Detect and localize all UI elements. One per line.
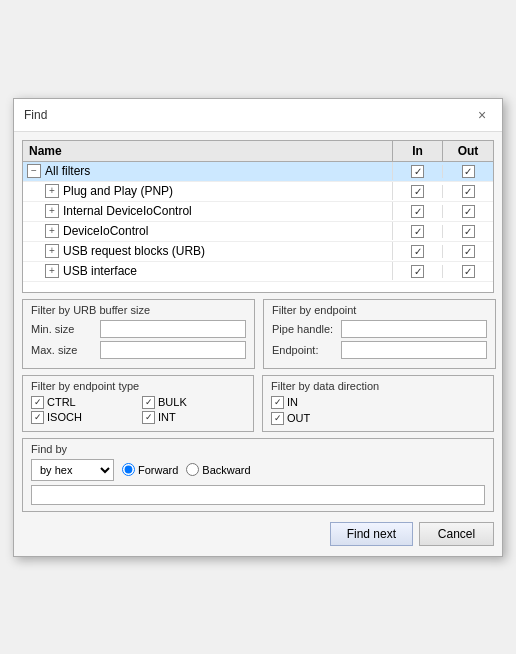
- out-checkbox[interactable]: [462, 225, 475, 238]
- out-checkbox[interactable]: [462, 245, 475, 258]
- tree-row[interactable]: +USB interface: [23, 262, 493, 282]
- tree-row[interactable]: +Plug and Play (PNP): [23, 182, 493, 202]
- row-label: USB request blocks (URB): [63, 244, 205, 258]
- endpoint-type-item[interactable]: BULK: [142, 396, 245, 409]
- tree-row-out: [443, 205, 493, 218]
- tree-row-name: +Internal DeviceIoControl: [23, 202, 393, 220]
- tree-row-name: +DeviceIoControl: [23, 222, 393, 240]
- pipe-input[interactable]: [341, 320, 487, 338]
- filter-urb-group: Filter by URB buffer size Min. size Max.…: [22, 299, 255, 369]
- row-label: Internal DeviceIoControl: [63, 204, 192, 218]
- direction-checkbox[interactable]: [271, 412, 284, 425]
- endpoint-type-label: BULK: [158, 396, 187, 408]
- min-size-input[interactable]: [100, 320, 246, 338]
- expand-icon[interactable]: +: [45, 244, 59, 258]
- cancel-button[interactable]: Cancel: [419, 522, 494, 546]
- forward-radio-item[interactable]: Forward: [122, 463, 178, 476]
- backward-radio[interactable]: [186, 463, 199, 476]
- row-label: USB interface: [63, 264, 137, 278]
- tree-row-in: [393, 205, 443, 218]
- tree-row-out: [443, 245, 493, 258]
- find-by-select[interactable]: by hexby textby decimal: [31, 459, 114, 481]
- out-checkbox[interactable]: [462, 205, 475, 218]
- tree-row-in: [393, 245, 443, 258]
- out-checkbox[interactable]: [462, 265, 475, 278]
- tree-row-name: +USB request blocks (URB): [23, 242, 393, 260]
- data-direction-title: Filter by data direction: [271, 380, 485, 392]
- endpoint-type-label: ISOCH: [47, 411, 82, 423]
- in-checkbox[interactable]: [411, 165, 424, 178]
- tree-row-name: −All filters: [23, 162, 393, 180]
- direction-checkbox[interactable]: [271, 396, 284, 409]
- tree-row-in: [393, 265, 443, 278]
- find-by-section: Find by by hexby textby decimal Forward …: [22, 438, 494, 512]
- tree-row-out: [443, 165, 493, 178]
- direction-item[interactable]: OUT: [271, 412, 310, 425]
- filters-row-1: Filter by URB buffer size Min. size Max.…: [22, 299, 494, 369]
- find-text-input[interactable]: [31, 485, 485, 505]
- dialog-title: Find: [24, 108, 47, 122]
- endpoint-type-item[interactable]: ISOCH: [31, 411, 134, 424]
- endpoint-type-item[interactable]: INT: [142, 411, 245, 424]
- expand-icon[interactable]: +: [45, 204, 59, 218]
- pipe-row: Pipe handle:: [272, 320, 487, 338]
- expand-icon[interactable]: +: [45, 264, 59, 278]
- min-size-label: Min. size: [31, 323, 96, 335]
- find-by-row: by hexby textby decimal Forward Backward: [31, 459, 485, 481]
- forward-label: Forward: [138, 464, 178, 476]
- button-row: Find next Cancel: [22, 518, 494, 548]
- endpoint-type-group: Filter by endpoint type CTRLBULKISOCHINT: [22, 375, 254, 432]
- out-checkbox[interactable]: [462, 185, 475, 198]
- tree-row-out: [443, 265, 493, 278]
- row-label: Plug and Play (PNP): [63, 184, 173, 198]
- endpoint-type-checkbox[interactable]: [31, 396, 44, 409]
- filter-endpoint-group: Filter by endpoint Pipe handle: Endpoint…: [263, 299, 496, 369]
- find-next-button[interactable]: Find next: [330, 522, 413, 546]
- header-out: Out: [443, 141, 493, 161]
- filter-endpoint-title: Filter by endpoint: [272, 304, 487, 316]
- endpoint-type-row: CTRLBULKISOCHINT: [31, 396, 245, 424]
- backward-label: Backward: [202, 464, 250, 476]
- direction-checkboxes-inner: INOUT: [271, 396, 310, 425]
- endpoint-row: Endpoint:: [272, 341, 487, 359]
- find-dialog: Find × Name In Out −All filters+Plug and…: [13, 98, 503, 557]
- in-checkbox[interactable]: [411, 245, 424, 258]
- endpoint-label: Endpoint:: [272, 344, 337, 356]
- tree-row[interactable]: +DeviceIoControl: [23, 222, 493, 242]
- endpoint-type-label: INT: [158, 411, 176, 423]
- endpoint-type-checkbox[interactable]: [142, 396, 155, 409]
- endpoint-type-checkbox[interactable]: [31, 411, 44, 424]
- row-label: All filters: [45, 164, 90, 178]
- in-checkbox[interactable]: [411, 185, 424, 198]
- endpoint-type-title: Filter by endpoint type: [31, 380, 245, 392]
- out-checkbox[interactable]: [462, 165, 475, 178]
- in-checkbox[interactable]: [411, 205, 424, 218]
- tree-row[interactable]: −All filters: [23, 162, 493, 182]
- tree-header: Name In Out: [23, 141, 493, 162]
- max-size-input[interactable]: [100, 341, 246, 359]
- header-in: In: [393, 141, 443, 161]
- in-checkbox[interactable]: [411, 265, 424, 278]
- header-name: Name: [23, 141, 393, 161]
- max-size-row: Max. size: [31, 341, 246, 359]
- tree-row-in: [393, 225, 443, 238]
- tree-row[interactable]: +Internal DeviceIoControl: [23, 202, 493, 222]
- endpoint-input[interactable]: [341, 341, 487, 359]
- max-size-label: Max. size: [31, 344, 96, 356]
- tree-row-out: [443, 225, 493, 238]
- tree-row[interactable]: +USB request blocks (URB): [23, 242, 493, 262]
- backward-radio-item[interactable]: Backward: [186, 463, 250, 476]
- expand-icon[interactable]: +: [45, 184, 59, 198]
- forward-radio[interactable]: [122, 463, 135, 476]
- tree-row-in: [393, 185, 443, 198]
- endpoint-type-label: CTRL: [47, 396, 76, 408]
- tree-row-in: [393, 165, 443, 178]
- direction-item[interactable]: IN: [271, 396, 310, 409]
- expand-icon[interactable]: −: [27, 164, 41, 178]
- expand-icon[interactable]: +: [45, 224, 59, 238]
- close-button[interactable]: ×: [472, 105, 492, 125]
- title-bar: Find ×: [14, 99, 502, 132]
- endpoint-type-item[interactable]: CTRL: [31, 396, 134, 409]
- in-checkbox[interactable]: [411, 225, 424, 238]
- endpoint-type-checkbox[interactable]: [142, 411, 155, 424]
